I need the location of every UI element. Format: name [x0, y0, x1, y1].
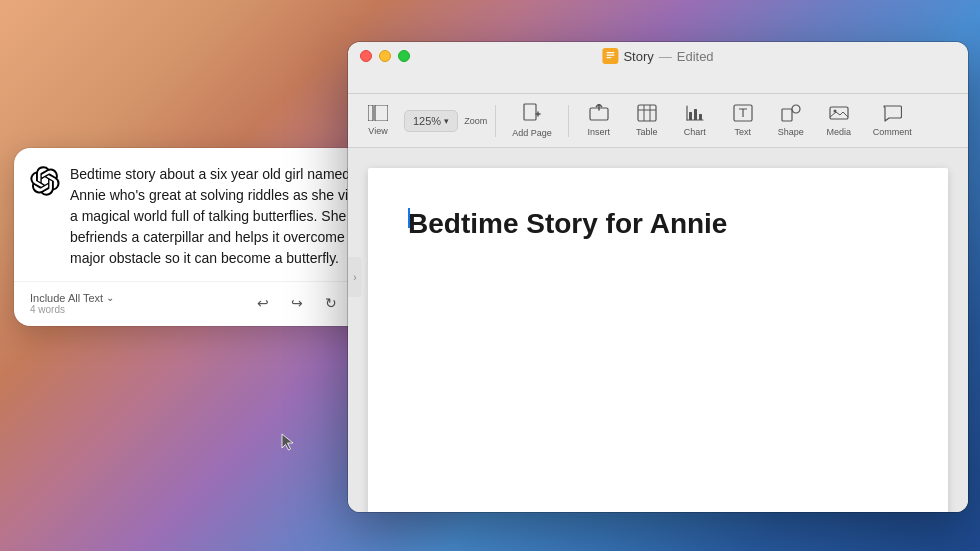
chat-undo-button[interactable]: ↩ — [250, 290, 276, 316]
svg-rect-3 — [606, 57, 611, 58]
table-label: Table — [636, 127, 658, 137]
insert-label: Insert — [587, 127, 610, 137]
close-button[interactable] — [360, 50, 372, 62]
svg-rect-1 — [606, 52, 614, 53]
add-page-icon — [523, 103, 541, 126]
toolbar: View 125% ▾ Zoom Add Page — [348, 94, 968, 148]
openai-icon — [30, 166, 60, 196]
window-edited-label: Edited — [677, 49, 714, 64]
toolbar-divider-1 — [495, 105, 496, 137]
svg-rect-17 — [689, 112, 692, 120]
view-label: View — [368, 126, 387, 136]
text-cursor — [408, 208, 410, 228]
add-page-label: Add Page — [512, 128, 552, 138]
comment-icon — [882, 104, 902, 125]
svg-rect-19 — [699, 114, 702, 120]
chat-redo-button[interactable]: ↪ — [284, 290, 310, 316]
toolbar-shape-button[interactable]: Shape — [769, 100, 813, 141]
chart-icon — [685, 104, 705, 125]
chart-label: Chart — [684, 127, 706, 137]
document-page[interactable]: Bedtime Story for Annie — [368, 168, 948, 512]
media-label: Media — [826, 127, 851, 137]
comment-label: Comment — [873, 127, 912, 137]
chat-footer: Include All Text ⌄ 4 words ↩ ↪ ↻ + — [14, 281, 394, 326]
chat-message-text: Bedtime story about a six year old girl … — [70, 164, 378, 269]
view-icon — [368, 105, 388, 124]
shape-icon — [781, 104, 801, 125]
chat-word-count: 4 words — [30, 304, 114, 315]
zoom-chevron: ▾ — [444, 116, 449, 126]
zoom-button[interactable]: 125% ▾ — [404, 110, 458, 132]
toolbar-table-button[interactable]: Table — [625, 100, 669, 141]
svg-point-24 — [792, 105, 800, 113]
traffic-lights — [360, 50, 410, 62]
toolbar-insert-button[interactable]: Insert — [577, 100, 621, 141]
toolbar-media-button[interactable]: Media — [817, 100, 861, 141]
title-separator: — — [659, 49, 672, 64]
app-icon — [602, 48, 618, 64]
svg-rect-5 — [375, 105, 388, 121]
toolbar-divider-2 — [568, 105, 569, 137]
toolbar-add-page-button[interactable]: Add Page — [504, 99, 560, 142]
toolbar-comment-button[interactable]: Comment — [865, 100, 920, 141]
minimize-button[interactable] — [379, 50, 391, 62]
chat-footer-left: Include All Text ⌄ 4 words — [30, 292, 114, 315]
chat-include-label[interactable]: Include All Text ⌄ — [30, 292, 114, 304]
svg-rect-0 — [603, 49, 617, 63]
document-title[interactable]: Bedtime Story for Annie — [408, 208, 908, 240]
toolbar-text-button[interactable]: Text — [721, 100, 765, 141]
svg-rect-6 — [524, 104, 536, 120]
toolbar-view-button[interactable]: View — [356, 101, 400, 140]
svg-rect-4 — [368, 105, 373, 121]
shape-label: Shape — [778, 127, 804, 137]
pages-window: Story — Edited View 125% ▾ Zoom — [348, 42, 968, 512]
zoom-toolbar-label: Zoom — [464, 116, 487, 126]
chat-window: Bedtime story about a six year old girl … — [14, 148, 394, 326]
sidebar-handle[interactable]: › — [348, 257, 362, 297]
sidebar-chevron: › — [353, 272, 356, 283]
svg-rect-18 — [694, 109, 697, 120]
svg-rect-23 — [782, 109, 792, 121]
insert-icon — [589, 104, 609, 125]
chat-refresh-button[interactable]: ↻ — [318, 290, 344, 316]
svg-rect-25 — [830, 107, 848, 119]
document-area[interactable]: Bedtime Story for Annie › — [348, 148, 968, 512]
media-icon — [829, 104, 849, 125]
window-title: Story — Edited — [602, 48, 713, 64]
maximize-button[interactable] — [398, 50, 410, 62]
svg-rect-11 — [638, 105, 656, 121]
text-icon — [733, 104, 753, 125]
chat-content: Bedtime story about a six year old girl … — [14, 148, 394, 281]
title-bar-top: Story — Edited — [348, 42, 968, 70]
window-title-text: Story — [623, 49, 653, 64]
svg-rect-2 — [606, 55, 614, 56]
text-label: Text — [734, 127, 751, 137]
toolbar-chart-button[interactable]: Chart — [673, 100, 717, 141]
zoom-value: 125% — [413, 115, 441, 127]
table-icon — [637, 104, 657, 125]
title-bar: Story — Edited — [348, 42, 968, 94]
